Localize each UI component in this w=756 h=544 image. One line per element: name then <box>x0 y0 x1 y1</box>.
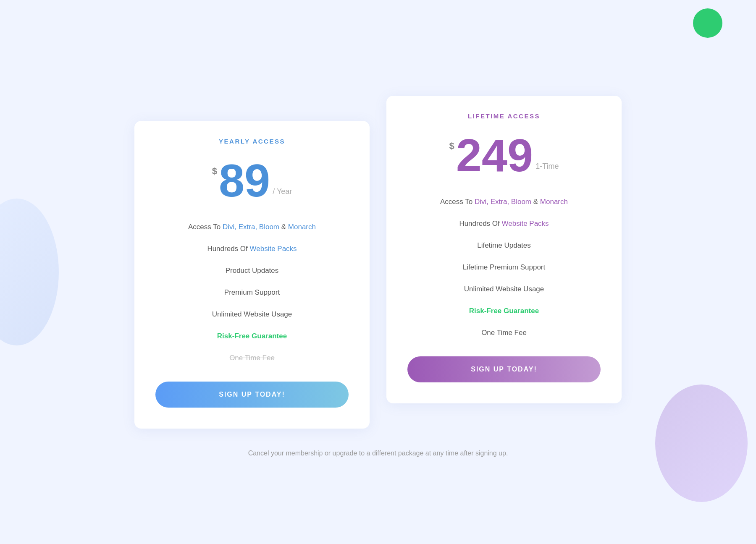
yearly-currency: $ <box>212 166 217 177</box>
pricing-wrapper: YEARLY ACCESS $ 89 / Year Access To Divi… <box>0 71 756 474</box>
yearly-packs-text: Hundreds Of <box>207 245 249 253</box>
lifetime-onetime-text: One Time Fee <box>481 329 527 337</box>
yearly-support-text: Premium Support <box>224 288 280 296</box>
yearly-guarantee-text: Risk-Free Guarantee <box>217 332 287 340</box>
lifetime-price-period: 1-Time <box>536 162 559 171</box>
yearly-feature-unlimited: Unlimited Website Usage <box>155 303 349 325</box>
lifetime-packs-text: Hundreds Of <box>459 220 501 228</box>
cards-row: YEARLY ACCESS $ 89 / Year Access To Divi… <box>126 96 630 429</box>
lifetime-feature-unlimited: Unlimited Website Usage <box>407 278 601 300</box>
yearly-feature-website-packs: Hundreds Of Website Packs <box>155 238 349 260</box>
lifetime-price-block: $ 249 1-Time <box>407 132 601 178</box>
lifetime-feature-updates: Lifetime Updates <box>407 235 601 256</box>
yearly-monarch-highlight: Monarch <box>288 223 316 231</box>
yearly-plan-label: YEARLY ACCESS <box>155 138 349 145</box>
lifetime-feature-access: Access To Divi, Extra, Bloom & Monarch <box>407 191 601 213</box>
lifetime-features-list: Access To Divi, Extra, Bloom & Monarch H… <box>407 191 601 344</box>
lifetime-price-amount: 249 <box>456 132 533 178</box>
lifetime-monarch-highlight: Monarch <box>540 198 568 206</box>
yearly-feature-guarantee: Risk-Free Guarantee <box>155 325 349 347</box>
yearly-updates-text: Product Updates <box>226 267 279 275</box>
lifetime-access-text: Access To <box>440 198 475 206</box>
lifetime-feature-guarantee: Risk-Free Guarantee <box>407 300 601 322</box>
yearly-plan-card: YEARLY ACCESS $ 89 / Year Access To Divi… <box>134 121 370 429</box>
lifetime-support-text: Lifetime Premium Support <box>463 263 546 271</box>
lifetime-feature-support: Lifetime Premium Support <box>407 256 601 278</box>
yearly-price-period: / Year <box>273 187 292 196</box>
yearly-feature-onetime: One Time Fee <box>155 347 349 369</box>
yearly-packs-highlight: Website Packs <box>249 245 297 253</box>
yearly-unlimited-text: Unlimited Website Usage <box>212 310 292 318</box>
lifetime-updates-text: Lifetime Updates <box>477 241 531 249</box>
yearly-onetime-text: One Time Fee <box>229 354 275 362</box>
yearly-price-block: $ 89 / Year <box>155 157 349 204</box>
lifetime-signup-button[interactable]: SIGN UP TODAY! <box>407 356 601 382</box>
lifetime-packs-highlight: Website Packs <box>501 220 549 228</box>
yearly-access-and: & <box>279 223 288 231</box>
yearly-features-list: Access To Divi, Extra, Bloom & Monarch H… <box>155 216 349 369</box>
lifetime-unlimited-text: Unlimited Website Usage <box>464 285 544 293</box>
lifetime-feature-website-packs: Hundreds Of Website Packs <box>407 213 601 235</box>
lifetime-plan-label: LIFETIME ACCESS <box>407 112 601 120</box>
lifetime-guarantee-text: Risk-Free Guarantee <box>469 307 539 315</box>
yearly-access-highlight: Divi, Extra, Bloom <box>223 223 279 231</box>
footer-note: Cancel your membership or upgrade to a d… <box>248 450 508 457</box>
yearly-feature-access: Access To Divi, Extra, Bloom & Monarch <box>155 216 349 238</box>
yearly-price-amount: 89 <box>219 157 270 204</box>
yearly-feature-support: Premium Support <box>155 282 349 303</box>
yearly-feature-updates: Product Updates <box>155 260 349 282</box>
lifetime-access-and: & <box>531 198 540 206</box>
lifetime-plan-card: LIFETIME ACCESS $ 249 1-Time Access To D… <box>386 96 622 403</box>
yearly-access-text: Access To <box>188 223 223 231</box>
lifetime-currency: $ <box>449 141 454 152</box>
bg-green-circle <box>693 8 722 38</box>
lifetime-feature-onetime: One Time Fee <box>407 322 601 344</box>
lifetime-access-highlight: Divi, Extra, Bloom <box>475 198 531 206</box>
yearly-signup-button[interactable]: SIGN UP TODAY! <box>155 382 349 408</box>
